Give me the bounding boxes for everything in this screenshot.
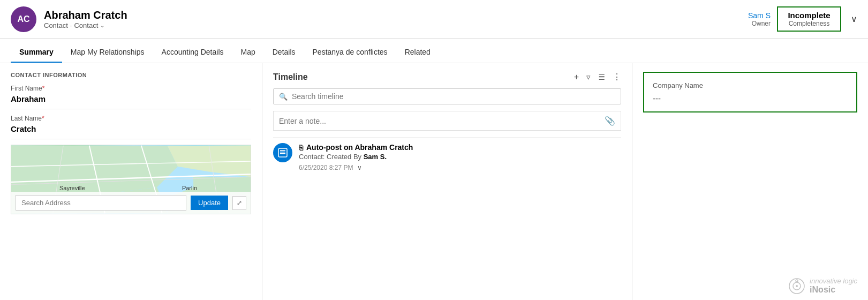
tab-pestanya[interactable]: Pestanya de conflictes <box>304 42 396 63</box>
type-dropdown-chevron[interactable]: ⌄ <box>100 22 104 28</box>
inosic-logo-icon <box>788 278 805 295</box>
contact-name: Abraham Cratch <box>44 9 748 21</box>
owner-block: Sam S Owner <box>748 11 771 27</box>
watermark-text: innovative logic iNosic <box>810 277 857 295</box>
field-divider-2 <box>11 139 251 139</box>
svg-rect-14 <box>280 152 285 153</box>
update-button[interactable]: Update <box>191 196 228 210</box>
header-expand-chevron[interactable]: ∨ <box>851 14 857 24</box>
company-name-value: --- <box>653 94 848 103</box>
timeline-actions: + ▿ ≣ ⋮ <box>574 72 621 82</box>
attachment-icon[interactable]: 📎 <box>605 116 615 126</box>
tab-map[interactable]: Map <box>232 42 264 63</box>
map-parlin-label: Parlin <box>182 185 197 191</box>
contact-type1: Contact <box>44 21 68 29</box>
svg-rect-16 <box>280 150 285 151</box>
company-name-label: Company Name <box>653 81 848 89</box>
middle-panel: Timeline + ▿ ≣ ⋮ 🔍 📎 <box>262 63 632 300</box>
timeline-sort-button[interactable]: ≣ <box>598 72 605 82</box>
watermark: innovative logic iNosic <box>788 277 857 295</box>
owner-name[interactable]: Sam S <box>748 11 771 20</box>
first-name-value: Abraham <box>11 94 251 103</box>
page-header: AC Abraham Cratch Contact · Contact ⌄ Sa… <box>0 0 868 39</box>
tab-related[interactable]: Related <box>396 42 439 63</box>
contact-type: Contact · Contact ⌄ <box>44 21 748 29</box>
timeline-header: Timeline + ▿ ≣ ⋮ <box>273 72 621 82</box>
nav-tabs: Summary Map My Relationships Accounting … <box>0 39 868 63</box>
completeness-title: Incomplete <box>788 11 830 20</box>
map-container: Sayreville Parlin Update ⤢ <box>11 145 251 214</box>
entry-date: 6/25/2020 8:27 PM <box>299 164 353 171</box>
completeness-badge[interactable]: Incomplete Completeness <box>777 6 841 32</box>
svg-point-20 <box>796 280 798 282</box>
tab-details[interactable]: Details <box>264 42 304 63</box>
timeline-more-button[interactable]: ⋮ <box>613 72 621 82</box>
field-divider-1 <box>11 109 251 109</box>
last-name-label: Last Name* <box>11 115 251 122</box>
header-right: Sam S Owner Incomplete Completeness ∨ <box>748 6 857 32</box>
last-name-value: Cratch <box>11 124 251 133</box>
timeline-filter-button[interactable]: ▿ <box>586 72 591 82</box>
contact-info-section-title: CONTACT INFORMATION <box>11 72 251 78</box>
search-address-input[interactable] <box>16 195 186 211</box>
entry-body: ⎘ Auto-post on Abraham Cratch Contact: C… <box>299 143 621 171</box>
contact-info-header: Abraham Cratch Contact · Contact ⌄ <box>44 9 748 29</box>
timeline-add-button[interactable]: + <box>574 72 579 82</box>
completeness-sub: Completeness <box>789 20 830 27</box>
first-name-label: First Name* <box>11 85 251 92</box>
timeline-search-bar: 🔍 <box>273 88 621 104</box>
first-name-group: First Name* Abraham <box>11 85 251 103</box>
entry-post-icon: ⎘ <box>299 144 303 152</box>
left-panel: CONTACT INFORMATION First Name* Abraham … <box>0 63 262 300</box>
timeline-search-icon: 🔍 <box>279 93 288 101</box>
entry-title: ⎘ Auto-post on Abraham Cratch <box>299 143 621 152</box>
entry-expand-button[interactable]: ∨ <box>357 164 362 171</box>
map-expand-icon[interactable]: ⤢ <box>232 196 246 210</box>
contact-avatar: AC <box>11 6 36 32</box>
contact-type2: Contact <box>74 21 98 29</box>
timeline-entry: ⎘ Auto-post on Abraham Cratch Contact: C… <box>273 137 621 177</box>
right-panel: Company Name --- <box>632 63 868 300</box>
entry-avatar <box>273 143 292 162</box>
svg-rect-15 <box>280 153 285 154</box>
last-name-group: Last Name* Cratch <box>11 115 251 133</box>
svg-point-19 <box>796 285 798 287</box>
tab-accounting-details[interactable]: Accounting Details <box>153 42 232 63</box>
main-content: CONTACT INFORMATION First Name* Abraham … <box>0 63 868 300</box>
timeline-search-input[interactable] <box>292 92 615 101</box>
svg-rect-13 <box>278 148 287 157</box>
company-card: Company Name --- <box>643 72 857 112</box>
timeline-title: Timeline <box>273 72 574 82</box>
owner-label: Owner <box>748 20 771 27</box>
map-sayreville-label: Sayreville <box>59 185 85 191</box>
map-overlay-bar: Update ⤢ <box>11 192 251 214</box>
entry-meta: 6/25/2020 8:27 PM ∨ <box>299 164 621 171</box>
separator: · <box>70 21 72 29</box>
tab-map-my-relationships[interactable]: Map My Relationships <box>62 42 153 63</box>
note-input-row: 📎 <box>273 111 621 131</box>
entry-subtitle: Contact: Created By Sam S. <box>299 153 621 161</box>
tab-summary[interactable]: Summary <box>11 42 62 63</box>
note-input[interactable] <box>279 117 600 125</box>
